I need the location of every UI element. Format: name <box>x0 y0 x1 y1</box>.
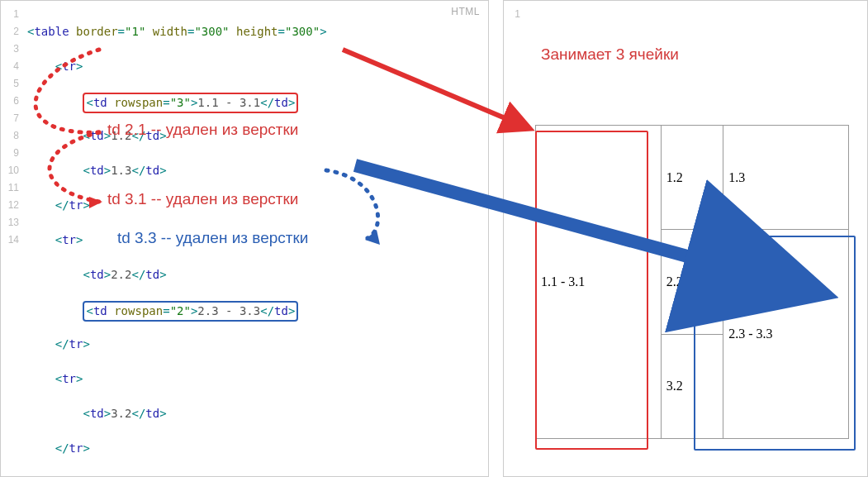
rendered-table: 1.1 - 3.1 1.2 1.3 2.2 2.3 - 3.3 3.2 <box>535 125 849 439</box>
line-number: 1 <box>1 6 24 23</box>
line-number: 1 <box>504 6 525 23</box>
right-line-gutter: 1 <box>504 6 525 476</box>
output-area: 1.1 - 3.1 1.2 1.3 2.2 2.3 - 3.3 3.2 <box>529 9 859 468</box>
line-number: 11 <box>1 179 24 197</box>
code-line: <table border="1" width="300" height="30… <box>27 23 485 41</box>
line-number: 5 <box>1 75 24 93</box>
line-number: 3 <box>1 41 24 58</box>
code-line: <tr> <box>27 58 485 75</box>
cell-11: 1.1 - 3.1 <box>536 126 662 439</box>
cell-12: 1.2 <box>661 126 723 230</box>
table-row: 1.1 - 3.1 1.2 1.3 <box>536 126 849 230</box>
code-line: <tr> <box>27 370 485 388</box>
code-line: <td>3.2</td> <box>27 405 485 422</box>
cell-22: 2.2 <box>661 230 723 334</box>
line-number: 7 <box>1 110 24 127</box>
line-number: 13 <box>1 214 24 231</box>
code-line: </tr> <box>27 336 485 353</box>
output-pane: 1 1.1 - 3.1 1.2 1.3 2.2 2.3 - 3.3 3.2 <box>503 0 868 477</box>
code-line: </tr> <box>27 440 485 457</box>
comparison-view: HTML 1 2 3 4 5 6 7 8 9 10 11 12 13 14 <t… <box>0 0 868 477</box>
code-line: <td rowspan="2">2.3 - 3.3</td> <box>27 301 485 318</box>
code-line: <td rowspan="3">1.1 - 3.1</td> <box>27 93 485 110</box>
rowspan2-highlight: <td rowspan="2">2.3 - 3.3</td> <box>83 301 298 322</box>
code-line: <td>2.2</td> <box>27 266 485 284</box>
cell-13: 1.3 <box>723 126 849 230</box>
line-number: 8 <box>1 127 24 145</box>
left-line-gutter: 1 2 3 4 5 6 7 8 9 10 11 12 13 14 <box>1 6 24 476</box>
annotation-del21: td 2.1 -- удален из верстки <box>107 121 298 139</box>
line-number: 9 <box>1 145 24 162</box>
line-number: 10 <box>1 162 24 179</box>
line-number: 12 <box>1 197 24 214</box>
annotation-del33: td 3.3 -- удален из верстки <box>117 229 308 247</box>
code-line: <td>1.3</td> <box>27 162 485 179</box>
rowspan3-highlight: <td rowspan="3">1.1 - 3.1</td> <box>83 93 298 113</box>
cell-23: 2.3 - 3.3 <box>723 230 849 439</box>
line-number: 4 <box>1 58 24 75</box>
line-number: 6 <box>1 93 24 110</box>
cell-32: 3.2 <box>661 334 723 438</box>
line-number: 2 <box>1 23 24 41</box>
line-number: 14 <box>1 231 24 249</box>
annotation-del31: td 3.1 -- удален из верстки <box>107 190 298 208</box>
annotation-top: Занимает 3 ячейки <box>541 45 679 64</box>
